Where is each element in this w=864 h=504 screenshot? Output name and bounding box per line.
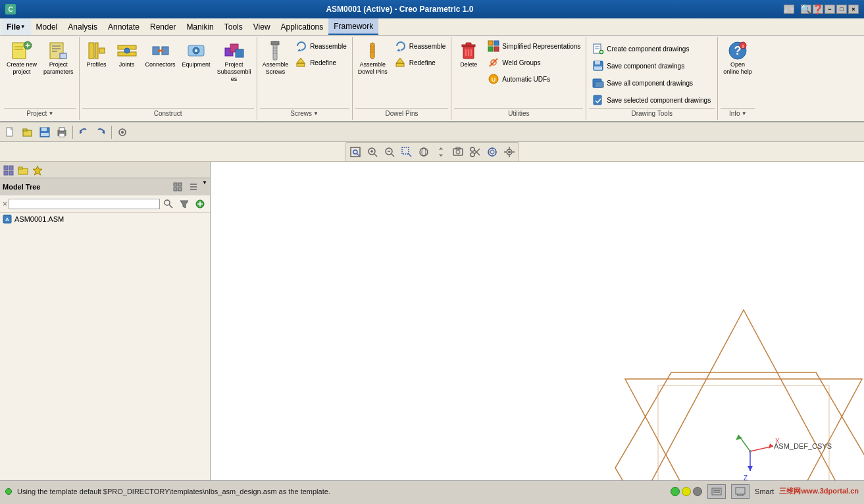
reassemble-dowel-label: Reassemble — [409, 43, 446, 50]
project-subassemblies-button[interactable]: ProjectSubassemblies — [215, 38, 254, 84]
save-selected-component-drawings-icon — [592, 93, 605, 107]
fit-window-button[interactable] — [347, 144, 363, 160]
zoom-window-button[interactable] — [399, 144, 415, 160]
model-tree-settings-button[interactable] — [170, 180, 185, 194]
project-subassemblies-icon — [224, 40, 245, 61]
model-tree-dropdown-arrow[interactable]: ▼ — [202, 180, 207, 194]
svg-point-24 — [195, 49, 197, 52]
svg-rect-99 — [402, 147, 409, 154]
undo-button[interactable] — [76, 124, 91, 140]
minimize-button[interactable]: − — [825, 5, 835, 14]
target-button[interactable] — [484, 144, 500, 160]
redefine-dowel-button[interactable]: Redefine — [392, 55, 449, 70]
model-tree-clear[interactable]: × — [3, 199, 7, 209]
svg-rect-67 — [595, 82, 603, 88]
model-tree-list-button[interactable] — [186, 180, 201, 194]
model-tree-header-controls: ▼ — [170, 180, 207, 194]
svg-marker-35 — [297, 58, 305, 63]
save-all-component-drawings-button[interactable]: Save all component drawings — [589, 75, 696, 91]
settings2-button[interactable] — [501, 144, 517, 160]
ribbon-content: Create newproject Projectparameters — [0, 36, 864, 121]
redefine-screws-label: Redefine — [310, 59, 336, 66]
zoom-in-button[interactable] — [365, 144, 380, 160]
menu-analysis[interactable]: Analysis — [63, 18, 103, 35]
model-tree-search-icon[interactable] — [161, 197, 176, 211]
menu-view[interactable]: View — [248, 18, 276, 35]
canvas-area[interactable]: X Z ASM_DEF_CSYS — [211, 162, 864, 480]
ribbon-group-construct-label: Construct — [82, 108, 254, 118]
left-tab-folder[interactable] — [16, 163, 30, 178]
maximize-button[interactable]: □ — [836, 5, 847, 14]
dowel-col: Reassemble Redefine — [392, 38, 449, 70]
automatic-udfs-label: Automatic UDFs — [502, 76, 550, 83]
zoom-out-button[interactable] — [382, 144, 397, 160]
svg-rect-130 — [174, 183, 177, 186]
simplified-representations-button[interactable]: Simplified Representations — [484, 38, 583, 54]
model-tree-add-button[interactable] — [193, 197, 207, 211]
left-tab-grid[interactable] — [1, 163, 16, 178]
open-button[interactable] — [20, 124, 36, 140]
create-component-drawings-button[interactable]: Create component drawings — [589, 41, 692, 57]
menu-manikin[interactable]: Manikin — [181, 18, 218, 35]
menu-render[interactable]: Render — [145, 18, 181, 35]
svg-rect-77 — [23, 129, 27, 131]
svg-marker-154 — [748, 466, 753, 471]
reassemble-screws-button[interactable]: Reassemble — [292, 38, 349, 54]
save-all-component-drawings-label: Save all component drawings — [607, 80, 693, 87]
model-tree-item-asm0001[interactable]: A ASM0001.ASM — [0, 213, 210, 225]
ribbon-group-project-label[interactable]: Project ▼ — [4, 108, 76, 118]
coordinate-system-label: ASM_DEF_CSYS — [774, 442, 832, 450]
svg-point-105 — [456, 150, 460, 154]
svg-rect-52 — [494, 47, 499, 51]
save-component-drawings-button[interactable]: Save component drawings — [589, 58, 687, 74]
menu-annotate[interactable]: Annotate — [103, 18, 145, 35]
screen-button[interactable] — [731, 484, 750, 499]
model-tree-filter-button[interactable] — [177, 197, 191, 211]
profiles-button[interactable]: Profiles — [82, 38, 111, 70]
open-online-help-button[interactable]: ? ! Openonline help — [721, 38, 755, 78]
create-new-project-button[interactable]: Create newproject — [4, 38, 39, 78]
new-button[interactable] — [3, 124, 18, 140]
project-parameters-button[interactable]: Projectparameters — [41, 38, 76, 78]
reassemble-dowel-button[interactable]: Reassemble — [392, 38, 449, 54]
assemble-screws-label: AssembleScrews — [263, 61, 289, 76]
automatic-udfs-icon: U — [487, 72, 500, 86]
title-bar-title: ASM0001 (Active) - Creo Parametric 1.0 — [326, 5, 473, 14]
pan-button[interactable] — [433, 144, 449, 160]
save-button[interactable] — [37, 124, 53, 140]
menu-framework[interactable]: Framework — [328, 18, 378, 35]
left-tab-star[interactable] — [30, 163, 45, 178]
status-toolbar-btn[interactable] — [707, 484, 726, 499]
redefine-screws-button[interactable]: Redefine — [292, 55, 349, 70]
equipment-button[interactable]: Equipment — [180, 38, 213, 70]
menu-file[interactable]: File ▼ — [1, 18, 31, 35]
screenshot-button[interactable] — [450, 144, 466, 160]
help-icon[interactable]: ❓ — [813, 5, 823, 14]
ribbon-group-drawing-tools-items: Create component drawings Save component… — [589, 38, 715, 108]
automatic-udfs-button[interactable]: U Automatic UDFs — [484, 71, 583, 87]
scissor-button[interactable] — [467, 144, 483, 160]
ribbon-group-info-label[interactable]: Info ▼ — [721, 108, 755, 118]
assemble-dowel-pins-button[interactable]: AssembleDowel Pins — [355, 38, 390, 78]
menu-tools[interactable]: Tools — [219, 18, 248, 35]
connectors-button[interactable]: Connectors — [143, 38, 178, 70]
joints-button[interactable]: Joints — [113, 38, 141, 70]
ribbon-group-screws-label[interactable]: Screws ▼ — [260, 108, 349, 118]
close-button[interactable]: × — [848, 5, 859, 14]
menu-model[interactable]: Model — [31, 18, 63, 35]
print-button[interactable] — [54, 124, 70, 140]
svg-point-20 — [158, 49, 161, 52]
model-tree-search-input[interactable] — [9, 199, 160, 209]
assemble-screws-button[interactable]: AssembleScrews — [260, 38, 292, 78]
delete-button[interactable]: Delete — [454, 38, 483, 70]
save-selected-component-drawings-button[interactable]: Save selected component drawings — [589, 92, 713, 108]
redo-button[interactable] — [93, 124, 109, 140]
settings-button[interactable] — [114, 124, 130, 140]
svg-rect-161 — [736, 488, 745, 494]
traffic-lights — [671, 487, 702, 496]
search-icon[interactable]: 🔍 — [801, 5, 811, 14]
menu-applications[interactable]: Applications — [276, 18, 329, 35]
spin-button[interactable] — [416, 144, 432, 160]
weld-groups-button[interactable]: Weld Groups — [484, 55, 583, 70]
connectors-label: Connectors — [145, 61, 176, 68]
